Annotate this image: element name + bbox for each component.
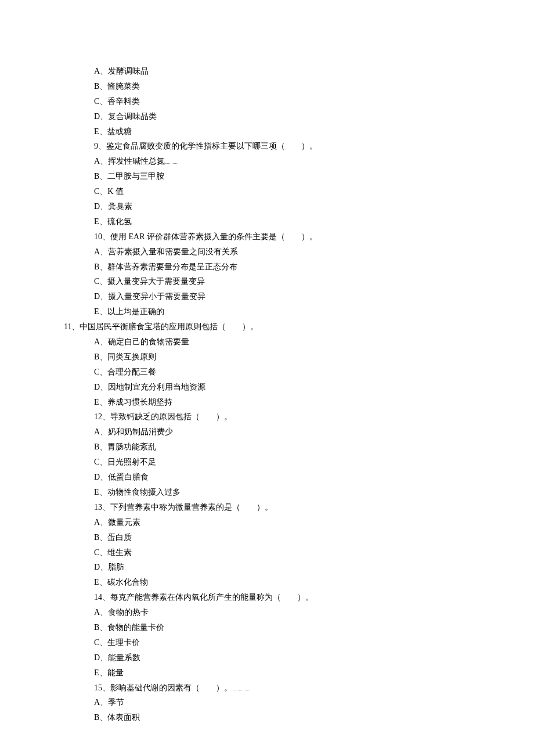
- option-a: A、确定自己的食物需要量: [94, 334, 534, 350]
- question-13: 13、下列营养素中称为微量营养素的是（ ）。: [94, 500, 534, 515]
- option-e: E、盐或糖: [94, 124, 534, 139]
- option-a: A、食物的热卡: [94, 605, 534, 620]
- option-e: E、碳水化合物: [94, 575, 534, 590]
- option-a: A、营养素摄入量和需要量之间没有关系: [94, 244, 534, 260]
- question-text: 15、影响基础代谢的因素有（ ）。: [94, 683, 232, 692]
- option-a: A、奶和奶制品消费少: [94, 424, 534, 440]
- option-e: E、能量: [94, 665, 534, 681]
- option-c: C、生理卡价: [94, 635, 534, 650]
- question-11: 11、中国居民平衡膳食宝塔的应用原则包括（ ）。: [64, 319, 534, 334]
- option-b: B、酱腌菜类: [94, 79, 534, 94]
- option-c: C、维生素: [94, 545, 534, 560]
- option-c: C、香辛料类: [94, 94, 534, 109]
- option-b: B、胃肠功能紊乱: [94, 440, 534, 455]
- question-10: 10、使用 EAR 评价群体营养素摄入量的条件主要是（ ）。: [94, 229, 534, 244]
- option-c: C、摄入量变异大于需要量变异: [94, 274, 534, 289]
- option-a: A、挥发性碱性总氮: [94, 154, 534, 169]
- option-e: E、以上均是正确的: [94, 304, 534, 319]
- question-12: 12、导致钙缺乏的原因包括（ ）。: [94, 409, 534, 424]
- question-15: 15、影响基础代谢的因素有（ ）。: [94, 681, 534, 696]
- option-b: B、群体营养素需要量分布是呈正态分布: [94, 260, 534, 275]
- option-d: D、复合调味品类: [94, 109, 534, 124]
- question-9: 9、鉴定食品腐败变质的化学性指标主要以下哪三项（ ）。: [94, 139, 534, 154]
- option-b: B、体表面积: [94, 710, 534, 725]
- option-d: D、粪臭素: [94, 199, 534, 214]
- option-d: D、摄入量变异小于需要量变异: [94, 289, 534, 304]
- option-a: A、发酵调味品: [94, 64, 534, 79]
- option-b: B、二甲胺与三甲胺: [94, 169, 534, 184]
- option-d: D、低蛋白膳食: [94, 470, 534, 485]
- dotted-line: [234, 690, 250, 690]
- option-b: B、食物的能量卡价: [94, 620, 534, 635]
- option-d: D、脂肪: [94, 560, 534, 575]
- option-c: C、合理分配三餐: [94, 365, 534, 380]
- option-a: A、微量元素: [94, 515, 534, 530]
- option-text: A、挥发性碱性总氮: [94, 157, 165, 165]
- option-e: E、养成习惯长期坚持: [94, 395, 534, 410]
- question-14: 14、每克产能营养素在体内氧化所产生的能量称为（ ）。: [94, 590, 534, 605]
- option-a: A、季节: [94, 695, 534, 710]
- option-b: B、同类互换原则: [94, 350, 534, 365]
- option-e: E、动物性食物摄入过多: [94, 485, 534, 500]
- option-c: C、K 值: [94, 184, 534, 199]
- option-d: D、因地制宜充分利用当地资源: [94, 380, 534, 395]
- option-e: E、硫化氢: [94, 214, 534, 229]
- document-body: A、发酵调味品 B、酱腌菜类 C、香辛料类 D、复合调味品类 E、盐或糖 9、鉴…: [0, 64, 534, 725]
- option-b: B、蛋白质: [94, 530, 534, 545]
- option-c: C、日光照射不足: [94, 455, 534, 470]
- dotted-line: [165, 163, 178, 164]
- option-d: D、能量系数: [94, 650, 534, 665]
